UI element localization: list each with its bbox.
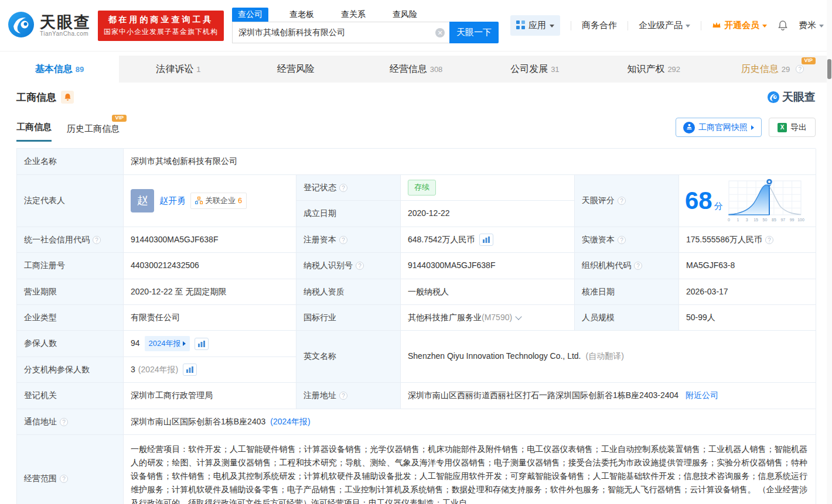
field-value-industry: 其他科技推广服务业 (M7590) [401,305,575,331]
tab-company-development[interactable]: 公司发展31 [475,56,594,83]
search-input[interactable] [238,28,435,37]
chevron-down-icon[interactable] [515,313,521,320]
field-value-legal-rep: 赵 赵开勇 关联企业 6 [124,175,296,227]
help-icon[interactable]: ? [60,475,68,483]
nav-open-membership[interactable]: 开通会员 [712,20,767,31]
insured-chart-icon[interactable] [195,338,209,350]
nav-user-menu[interactable]: 费米 [799,20,824,31]
scrollbar-thumb[interactable] [827,59,831,79]
company-tab-bar: 基本信息89 法律诉讼1 经营风险 经营信息308 公司发展31 知识产权292… [0,56,832,83]
tab-legal-proceedings[interactable]: 法律诉讼1 [119,56,238,83]
branch-report-note: (2024年报) [138,364,178,376]
field-label-reg-capital: 注册资本? [296,227,401,253]
field-value-company-type: 有限责任公司 [124,305,296,331]
subtab-history-business-info[interactable]: VIP 历史工商信息 [67,124,120,142]
arrow-right-icon [751,125,754,130]
help-icon[interactable]: ? [765,236,773,244]
nearby-companies-link[interactable]: 附近公司 [686,389,718,402]
search-button[interactable]: 天眼一下 [449,22,499,43]
search-tab-company[interactable]: 查公司 [232,8,268,22]
auto-translate-note: (自动翻译) [586,350,624,363]
export-button[interactable]: X 导出 [769,118,816,137]
field-label-business-scope: 经营范围? [17,435,124,504]
help-icon[interactable]: ? [618,236,626,244]
tab-basic-info[interactable]: 基本信息89 [0,56,119,83]
main-content: 工商信息 天眼查 工商信息 VIP [0,90,832,504]
help-icon[interactable]: ? [618,197,626,205]
scrollbar-track[interactable] [827,0,832,504]
tab-intellectual-property[interactable]: 知识产权292 [594,56,713,83]
subscribe-bell-icon[interactable] [61,91,74,104]
field-value-establish-date: 2020-12-22 [401,201,575,227]
section-header: 工商信息 天眼查 [16,90,816,105]
field-label-reg-address: 注册地址? [296,383,401,409]
field-label-paid-capital: 实缴资本? [575,227,679,253]
help-icon[interactable]: ? [796,65,804,73]
tab-operating-info[interactable]: 经营信息308 [357,56,476,83]
tab-history-info[interactable]: VIP 历史信息29 ? [713,56,832,83]
clear-search-icon[interactable]: ✕ [435,28,445,37]
tab-operating-risk[interactable]: 经营风险 [238,56,357,83]
svg-text:97: 97 [780,218,785,222]
business-info-table: 企业名称 深圳市其域创新科技有限公司 法定代表人 赵 赵开勇 [16,148,816,504]
legal-rep-name-link[interactable]: 赵开勇 [159,194,186,207]
score-value: 68 [685,188,712,213]
status-badge: 存续 [408,180,436,195]
tianyancha-company-page: 天眼查 TianYanCha.com 都在用的商业查询工具 国家中小企业发展子基… [0,0,832,504]
notification-bell[interactable] [778,20,788,31]
field-label-establish-date: 成立日期 [296,201,401,227]
help-icon[interactable]: ? [634,262,642,270]
help-icon[interactable]: ? [339,236,347,244]
field-value-approval-date: 2026-03-17 [679,279,816,305]
nav-enterprise[interactable]: 企业级产品 [639,20,690,31]
search-tab-relation[interactable]: 查关系 [335,8,371,22]
field-value-taxpayer-quality: 一般纳税人 [401,279,575,305]
help-icon[interactable]: ? [339,184,347,192]
username: 费米 [799,20,816,31]
tianyancha-logo[interactable]: 天眼查 TianYanCha.com [7,11,91,41]
help-icon[interactable]: ? [60,418,68,426]
field-value-paid-capital: 175.555586万人民币? [679,227,816,253]
nav-cooperation[interactable]: 商务合作 [582,20,617,31]
header-nav: 应用 商务合作 企业级产品 开通会员 [510,15,824,36]
search-tab-boss[interactable]: 查老板 [284,8,320,22]
field-label-legal-rep: 法定代表人 [17,175,124,227]
search-area: 查公司 查老板 查关系 查风险 ✕ 天眼一下 [232,8,499,43]
official-snapshot-button[interactable]: 工商官网快照 [676,118,762,137]
field-label-reg-status: 登记状态? [296,175,401,201]
field-value-company-name: 深圳市其域创新科技有限公司 [124,149,816,175]
field-value-branch-insured: 3 (2024年报) [124,357,296,383]
help-icon[interactable]: ? [356,262,364,270]
search-tab-risk[interactable]: 查风险 [387,8,423,22]
field-value-insured-count: 94 2024年报 [124,331,296,357]
field-label-industry: 国标行业 [296,305,401,331]
watermark-eye-icon [767,91,780,104]
nav-apps[interactable]: 应用 [510,15,560,36]
field-label-company-name: 企业名称 [17,149,124,175]
subtab-business-info[interactable]: 工商信息 [16,122,52,142]
mail-address-report-link[interactable]: (2024年报) [270,416,310,428]
related-companies-badge[interactable]: 关联企业 6 [190,193,247,209]
capital-chart-icon[interactable] [479,234,493,246]
score-unit: 分 [714,199,723,212]
chevron-down-icon [550,25,554,28]
excel-icon: X [778,123,787,132]
field-label-company-type: 企业类型 [17,305,124,331]
branch-chart-icon[interactable] [183,364,197,376]
help-icon[interactable]: ? [93,236,101,244]
field-value-business-scope: 一般经营项目：软件开发；人工智能硬件销售；计算器设备销售；光学仪器销售；机床功能… [124,435,816,504]
field-label-branch-insured: 分支机构参保人数 [17,357,124,383]
field-value-org-code: MA5GJF63-8 [679,253,816,279]
field-value-reg-capital: 648.7542万人民币 [401,227,575,253]
annual-report-badge[interactable]: 2024年报 [145,336,190,351]
help-icon[interactable]: ? [339,392,347,400]
promo-line1: 都在用的商业查询工具 [104,15,218,25]
field-label-org-code: 组织机构代码? [575,253,679,279]
legal-rep-avatar[interactable]: 赵 [131,189,154,212]
field-value-reg-address: 深圳市南山区西丽街道西丽社区打石一路深圳国际创新谷1栋B座2403-2404 附… [401,383,816,409]
svg-text:85: 85 [772,218,776,222]
score-distribution-chart: 0 1 3 15 50 85 97 99 100 [725,177,806,224]
watermark-logo: 天眼查 [767,90,816,105]
field-value-score: 68 分 [679,175,816,227]
svg-text:1: 1 [736,218,739,222]
